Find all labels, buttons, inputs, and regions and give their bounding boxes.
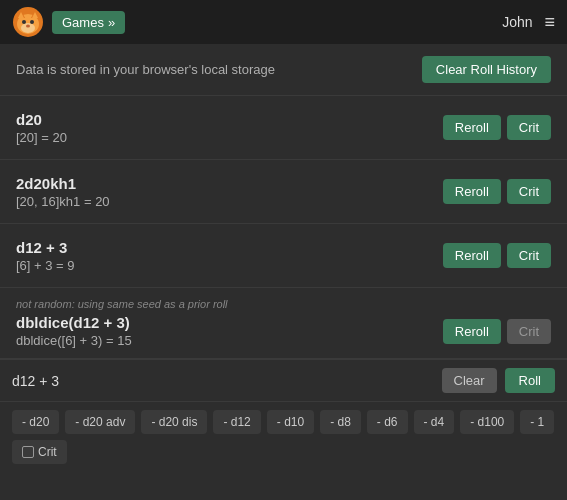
quick-dice-button[interactable]: - d8: [320, 410, 361, 434]
crit-checkbox-icon: [22, 446, 34, 458]
roll-actions: Reroll Crit: [443, 179, 551, 204]
games-arrow: »: [108, 15, 115, 30]
roll-info: d20[20] = 20: [16, 111, 67, 145]
crit-button[interactable]: Crit: [507, 243, 551, 268]
quick-dice-button[interactable]: - d6: [367, 410, 408, 434]
roll-name: d20: [16, 111, 67, 128]
crit-button[interactable]: Crit: [507, 179, 551, 204]
hamburger-menu-icon[interactable]: ≡: [544, 12, 555, 33]
roll-actions: Reroll Crit: [443, 243, 551, 268]
quick-dice-button[interactable]: - d100: [460, 410, 514, 434]
quick-dice-button[interactable]: - d10: [267, 410, 314, 434]
roll-name: d12 + 3: [16, 239, 75, 256]
quick-crit-button[interactable]: Crit: [12, 440, 67, 464]
clear-input-button[interactable]: Clear: [442, 368, 497, 393]
roll-button[interactable]: Roll: [505, 368, 555, 393]
roll-result: [20, 16]kh1 = 20: [16, 194, 110, 209]
roll-actions: Reroll Crit: [443, 115, 551, 140]
roll-actions: Reroll Crit: [443, 319, 551, 344]
games-label: Games: [62, 15, 104, 30]
local-storage-notice: Data is stored in your browser's local s…: [16, 62, 275, 77]
quick-dice-button[interactable]: - d20: [12, 410, 59, 434]
app-logo: [12, 6, 44, 38]
quick-dice-button[interactable]: - d20 dis: [141, 410, 207, 434]
reroll-button[interactable]: Reroll: [443, 319, 501, 344]
clear-roll-history-button[interactable]: Clear Roll History: [422, 56, 551, 83]
crit-label: Crit: [38, 445, 57, 459]
reroll-button[interactable]: Reroll: [443, 115, 501, 140]
roll-result: [20] = 20: [16, 130, 67, 145]
roll-info: d12 + 3[6] + 3 = 9: [16, 239, 75, 273]
roll-item: d12 + 3[6] + 3 = 9 Reroll Crit: [0, 224, 567, 288]
roll-name: dbldice(d12 + 3): [16, 314, 132, 331]
quick-dice-button[interactable]: - 1: [520, 410, 554, 434]
input-bar: Clear Roll: [0, 359, 567, 402]
quick-dice-button[interactable]: - d12: [213, 410, 260, 434]
crit-button[interactable]: Crit: [507, 115, 551, 140]
info-bar: Data is stored in your browser's local s…: [0, 44, 567, 96]
roll-note: not random: using same seed as a prior r…: [16, 298, 228, 310]
quick-dice-button[interactable]: - d4: [414, 410, 455, 434]
app-header: Games » John ≡: [0, 0, 567, 44]
roll-list: d20[20] = 20 Reroll Crit 2d20kh1[20, 16]…: [0, 96, 567, 359]
reroll-button[interactable]: Reroll: [443, 243, 501, 268]
roll-result: [6] + 3 = 9: [16, 258, 75, 273]
svg-point-7: [22, 20, 26, 24]
roll-name: 2d20kh1: [16, 175, 110, 192]
user-name: John: [502, 14, 532, 30]
roll-item: 2d20kh1[20, 16]kh1 = 20 Reroll Crit: [0, 160, 567, 224]
roll-info: 2d20kh1[20, 16]kh1 = 20: [16, 175, 110, 209]
svg-point-8: [30, 20, 34, 24]
quick-dice-button[interactable]: - d20 adv: [65, 410, 135, 434]
crit-button: Crit: [507, 319, 551, 344]
header-left: Games »: [12, 6, 125, 38]
roll-item-inner: dbldice(d12 + 3)dbldice([6] + 3) = 15 Re…: [16, 314, 551, 348]
reroll-button[interactable]: Reroll: [443, 179, 501, 204]
roll-info: dbldice(d12 + 3)dbldice([6] + 3) = 15: [16, 314, 132, 348]
header-right: John ≡: [502, 12, 555, 33]
svg-point-9: [26, 25, 30, 28]
roll-item: d20[20] = 20 Reroll Crit: [0, 96, 567, 160]
roll-item: not random: using same seed as a prior r…: [0, 288, 567, 359]
quick-dice-panel: - d20- d20 adv- d20 dis- d12- d10- d8- d…: [0, 402, 567, 474]
games-button[interactable]: Games »: [52, 11, 125, 34]
roll-result: dbldice([6] + 3) = 15: [16, 333, 132, 348]
dice-expression-input[interactable]: [12, 373, 434, 389]
